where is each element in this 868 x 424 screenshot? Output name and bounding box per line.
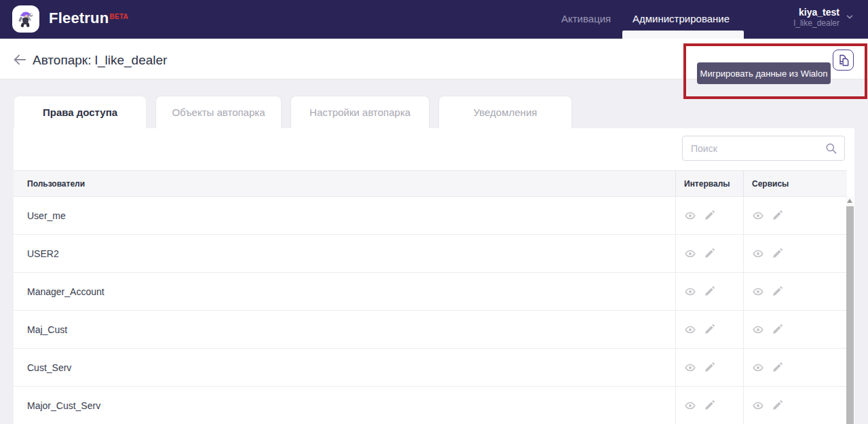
table-row: USER2 [14,235,847,273]
user-name-cell: Cust_Serv [14,362,675,373]
intervals-actions-cell [675,387,743,424]
services-actions-cell [743,349,847,386]
edit-icon[interactable] [703,400,715,412]
edit-icon[interactable] [703,324,715,336]
view-icon[interactable] [684,248,696,260]
migrate-tooltip: Мигрировать данные из Wialon [697,62,831,84]
users-table: Пользователи Интервалы Сервисы User_me U… [14,170,847,424]
table-row: Maj_Cust [14,311,847,349]
tab-notifications[interactable]: Уведомления [438,96,572,128]
edit-icon[interactable] [703,286,715,298]
services-actions-cell [743,197,847,234]
column-header-services: Сервисы [743,171,847,196]
edit-icon[interactable] [703,210,715,222]
services-actions-cell [743,387,847,424]
edit-icon[interactable] [703,362,715,374]
intervals-actions-cell [675,197,743,234]
tab-fleet-settings[interactable]: Настройки автопарка [290,96,430,128]
view-icon[interactable] [684,210,696,222]
search-icon[interactable] [825,142,837,155]
view-icon[interactable] [752,362,764,374]
view-icon[interactable] [752,210,764,222]
nav-item-activation[interactable]: Активация [561,13,611,24]
view-icon[interactable] [752,248,764,260]
user-name-cell: User_me [14,210,675,221]
view-icon[interactable] [752,400,764,412]
services-actions-cell [743,235,847,272]
user-account: l_like_dealer [794,18,839,28]
intervals-actions-cell [675,235,743,272]
user-menu[interactable]: kiya_test l_like_dealer [794,6,854,28]
table-scrollbar[interactable] [846,197,854,424]
brand-name: Fleetrun [49,9,109,26]
services-actions-cell [743,273,847,310]
chevron-down-icon [845,12,854,22]
edit-icon[interactable] [771,286,783,298]
intervals-actions-cell [675,311,743,348]
nav-active-indicator [622,31,744,39]
table-header-row: Пользователи Интервалы Сервисы [14,170,847,197]
table-row: Manager_Account [14,273,847,311]
view-icon[interactable] [684,400,696,412]
intervals-actions-cell [675,273,743,310]
table-row: User_me [14,197,847,235]
access-rights-panel: Пользователи Интервалы Сервисы User_me U… [14,128,854,424]
view-icon[interactable] [752,286,764,298]
search-input[interactable] [683,136,825,160]
view-icon[interactable] [752,324,764,336]
column-header-users: Пользователи [14,171,675,196]
arrow-left-icon [12,53,27,66]
nav-item-administration[interactable]: Администрирование [633,13,730,24]
edit-icon[interactable] [771,210,783,222]
tab-fleet-objects[interactable]: Объекты автопарка [155,96,282,128]
beta-badge: BETA [109,13,128,20]
user-name-cell: Manager_Account [14,286,675,297]
fleet-tabs: Права доступа Объекты автопарка Настройк… [14,96,572,128]
intervals-actions-cell [675,349,743,386]
scrollbar-thumb[interactable] [846,206,854,424]
user-name-cell: USER2 [14,248,675,259]
page-title: Автопарк: l_like_dealer [33,53,167,68]
table-row: Cust_Serv [14,349,847,387]
scrollbar-up-arrow-icon[interactable] [847,199,852,203]
view-icon[interactable] [684,286,696,298]
column-header-intervals: Интервалы [675,171,743,196]
mechanic-logo-icon [14,7,37,31]
tab-access-rights[interactable]: Права доступа [14,96,147,128]
edit-icon[interactable] [771,362,783,374]
migrate-copy-icon [837,54,850,67]
back-button[interactable] [12,53,27,66]
edit-icon[interactable] [771,400,783,412]
user-name-cell: Maj_Cust [14,324,675,335]
fleetrun-logo[interactable] [12,5,39,33]
search-box [682,136,845,161]
user-name: kiya_test [794,6,839,18]
top-navbar: FleetrunBETA Активация Администрирование… [0,0,868,39]
table-row: Major_Cust_Serv [14,387,847,424]
view-icon[interactable] [684,324,696,336]
edit-icon[interactable] [703,248,715,260]
services-actions-cell [743,311,847,348]
migrate-data-button[interactable] [833,50,854,71]
edit-icon[interactable] [771,324,783,336]
brand: FleetrunBETA [49,9,128,27]
user-name-cell: Major_Cust_Serv [14,400,675,411]
view-icon[interactable] [684,362,696,374]
edit-icon[interactable] [771,248,783,260]
